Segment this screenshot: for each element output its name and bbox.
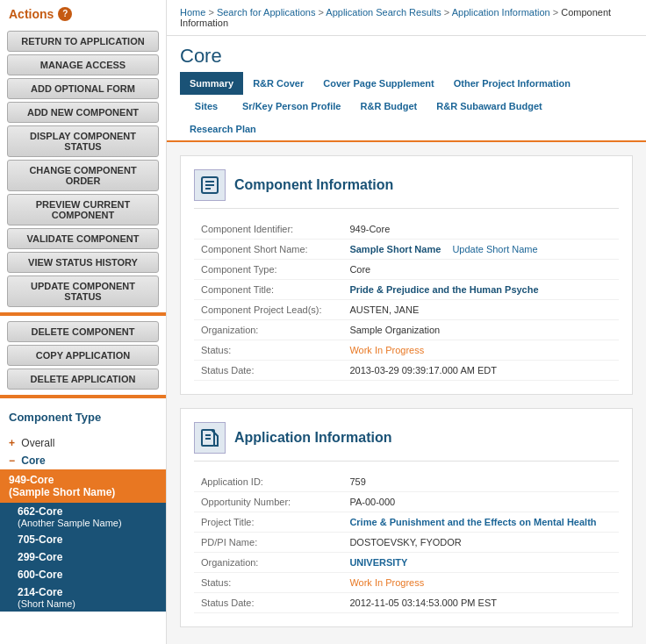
tree-item-overall[interactable]: + Overall (0, 434, 166, 452)
page-header: Core (167, 36, 646, 72)
field-label: Component Identifier: (194, 219, 342, 240)
tab-summary[interactable]: Summary (180, 72, 243, 95)
table-row: Application ID: 759 (194, 472, 619, 492)
delete-application-button[interactable]: DELETE APPLICATION (7, 369, 159, 390)
component-type-header: Component Type (0, 404, 166, 431)
manage-access-button[interactable]: MANAGE ACCESS (7, 54, 159, 75)
core-label: Core (21, 454, 45, 467)
tabs-bar: Summary R&R Cover Cover Page Supplement … (167, 72, 646, 142)
help-icon[interactable]: ? (58, 7, 72, 21)
application-info-table: Application ID: 759 Opportunity Number: … (194, 472, 619, 613)
tree-item-selected[interactable]: 949-Core (Sample Short Name) (0, 469, 166, 503)
breadcrumb: Home > Search for Applications > Applica… (167, 0, 646, 36)
validate-component-button[interactable]: VALIDATE COMPONENT (7, 228, 159, 249)
tree-subitem-214[interactable]: 214-Core (Short Name) (0, 583, 166, 612)
field-label: Opportunity Number: (194, 492, 342, 512)
view-status-history-button[interactable]: VIEW STATUS HISTORY (7, 252, 159, 273)
field-value: AUSTEN, JANE (342, 300, 619, 320)
field-value: PA-00-000 (342, 492, 619, 512)
application-info-section: Application Information Application ID: … (180, 408, 633, 627)
tab-subaward[interactable]: R&R Subaward Budget (427, 95, 551, 118)
main-content: Home > Search for Applications > Applica… (167, 0, 646, 644)
tab-sites[interactable]: Sites (180, 95, 233, 118)
overall-label: Overall (21, 437, 54, 449)
tab-research[interactable]: Research Plan (180, 118, 266, 140)
display-component-status-button[interactable]: DISPLAY COMPONENT STATUS (7, 125, 159, 157)
table-row: Component Title: Pride & Prejudice and t… (194, 280, 619, 300)
delete-component-button[interactable]: DELETE COMPONENT (7, 321, 159, 342)
table-row: PD/PI Name: DOSTOEVSKY, FYODOR (194, 533, 619, 553)
subitem-299-name: 299-Core (18, 551, 157, 563)
component-info-section: Component Information Component Identifi… (180, 155, 633, 395)
tab-cover-page[interactable]: Cover Page Supplement (313, 72, 444, 95)
breadcrumb-search[interactable]: Search for Applications (217, 7, 316, 18)
tab-rrcover[interactable]: R&R Cover (243, 72, 313, 95)
subitem-662-name: 662-Core (18, 505, 157, 518)
collapse-icon: − (9, 454, 15, 467)
field-value: Pride & Prejudice and the Human Psyche (342, 280, 619, 300)
subitem-705-name: 705-Core (18, 533, 157, 546)
tab-srkey[interactable]: Sr/Key Person Profile (233, 95, 351, 118)
table-row: Component Project Lead(s): AUSTEN, JANE (194, 300, 619, 320)
page-title: Core (180, 45, 633, 72)
table-row: Component Short Name: Sample Short Name … (194, 240, 619, 260)
selected-item-name: 949-Core (9, 474, 157, 486)
table-row: Status Date: 2012-11-05 03:14:53.000 PM … (194, 593, 619, 613)
add-new-component-button[interactable]: ADD NEW COMPONENT (7, 102, 159, 123)
field-value: 949-Core (342, 219, 619, 240)
table-row: Status: Work In Progress (194, 340, 619, 361)
field-label: Status: (194, 573, 342, 593)
subitem-214-name: 214-Core (18, 586, 157, 598)
component-section-title: Component Information (234, 177, 393, 193)
field-label: Application ID: (194, 472, 342, 492)
table-row: Project Title: Crime & Punishment and th… (194, 512, 619, 533)
update-short-name-link[interactable]: Update Short Name (452, 244, 537, 254)
return-to-application-button[interactable]: RETURN TO APPLICATION (7, 31, 159, 52)
field-value: UNIVERSITY (342, 553, 619, 573)
preview-current-component-button[interactable]: PREVIEW CURRENT COMPONENT (7, 194, 159, 225)
breadcrumb-results[interactable]: Application Search Results (326, 7, 441, 18)
field-label: Component Title: (194, 280, 342, 300)
change-component-order-button[interactable]: CHANGE COMPONENT ORDER (7, 160, 159, 191)
breadcrumb-home[interactable]: Home (180, 7, 205, 18)
field-value: Crime & Punishment and the Effects on Me… (342, 512, 619, 533)
subitem-214-sub: (Short Name) (18, 598, 157, 609)
field-value: Sample Short Name Update Short Name (342, 240, 619, 260)
field-value: 2013-03-29 09:39:17.000 AM EDT (342, 361, 619, 381)
breadcrumb-app-info[interactable]: Application Information (452, 7, 550, 18)
expand-icon: + (9, 437, 15, 449)
application-section-header: Application Information (194, 422, 619, 462)
field-value: Work In Progress (342, 340, 619, 361)
component-tree: + Overall − Core 949-Core (Sample Short … (0, 431, 166, 615)
field-value: 759 (342, 472, 619, 492)
actions-header: Actions ? (0, 0, 166, 28)
field-label: Status Date: (194, 361, 342, 381)
field-label: Project Title: (194, 512, 342, 533)
field-value: Sample Organization (342, 320, 619, 340)
component-info-table: Component Identifier: 949-Core Component… (194, 219, 619, 381)
field-label: Status: (194, 340, 342, 361)
copy-application-button[interactable]: COPY APPLICATION (7, 345, 159, 366)
table-row: Component Identifier: 949-Core (194, 219, 619, 240)
content-area: Component Information Component Identifi… (167, 142, 646, 644)
add-optional-form-button[interactable]: ADD OPTIONAL FORM (7, 78, 159, 99)
actions-label: Actions (9, 7, 54, 21)
tree-item-core[interactable]: − Core (0, 452, 166, 469)
short-name-value: Sample Short Name (349, 244, 441, 254)
sidebar-divider-2 (0, 395, 166, 398)
field-value: Work In Progress (342, 573, 619, 593)
table-row: Status: Work In Progress (194, 573, 619, 593)
application-section-title: Application Information (234, 430, 392, 446)
tree-subitem-299[interactable]: 299-Core (0, 548, 166, 566)
tree-subitem-705[interactable]: 705-Core (0, 531, 166, 548)
table-row: Component Type: Core (194, 260, 619, 280)
subitem-662-sub: (Another Sample Name) (18, 518, 157, 528)
update-component-status-button[interactable]: UPDATE COMPONENT STATUS (7, 275, 159, 307)
tab-other-project[interactable]: Other Project Information (444, 72, 580, 95)
field-label: Component Type: (194, 260, 342, 280)
table-row: Status Date: 2013-03-29 09:39:17.000 AM … (194, 361, 619, 381)
tree-subitem-600[interactable]: 600-Core (0, 566, 166, 583)
tree-subitem-662[interactable]: 662-Core (Another Sample Name) (0, 503, 166, 531)
table-row: Organization: Sample Organization (194, 320, 619, 340)
tab-rrbudget[interactable]: R&R Budget (351, 95, 427, 118)
